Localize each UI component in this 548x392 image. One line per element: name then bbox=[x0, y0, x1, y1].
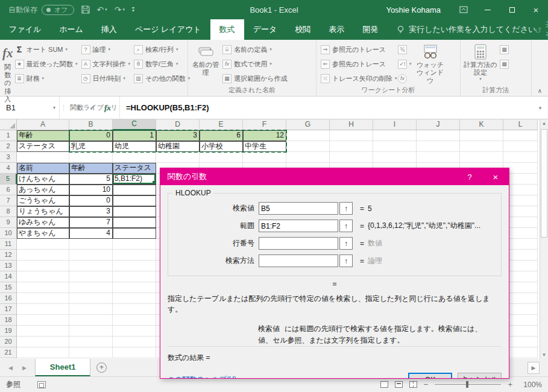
financial-button[interactable]: ≣財務▾ bbox=[15, 73, 78, 84]
cell-A12[interactable] bbox=[17, 250, 69, 261]
save-button[interactable] bbox=[81, 5, 90, 14]
cell-B2[interactable]: 乳児 bbox=[69, 141, 113, 152]
tab-7[interactable]: 表示 bbox=[320, 19, 353, 40]
insert-function-button[interactable]: fx 関数の挿入 bbox=[2, 42, 13, 103]
undo-dropdown-icon[interactable]: ▾ bbox=[105, 7, 107, 12]
zoom-slider[interactable] bbox=[435, 384, 501, 385]
cell-I1[interactable] bbox=[373, 130, 417, 141]
collapse-ribbon-button[interactable]: ∧ bbox=[538, 87, 542, 94]
ok-button[interactable]: OK bbox=[408, 373, 452, 378]
row-header-20[interactable]: 20 bbox=[0, 337, 17, 347]
cell-A14[interactable] bbox=[17, 271, 69, 282]
cell-C21[interactable] bbox=[113, 347, 156, 358]
cell-C2[interactable]: 幼児 bbox=[113, 141, 156, 152]
maximize-button[interactable] bbox=[500, 0, 524, 19]
remove-arrows-button[interactable]: ⤫トレース矢印の削除▾ bbox=[321, 73, 394, 84]
cell-B7[interactable]: 0 bbox=[69, 195, 113, 206]
define-name-button[interactable]: ⌸名前の定義▾ bbox=[222, 44, 288, 55]
cell-K3[interactable] bbox=[460, 152, 503, 163]
watch-window-button[interactable]: ウォッチ ウィンドウ bbox=[414, 42, 447, 86]
cell-A5[interactable]: けんちゃん bbox=[17, 174, 69, 185]
cell-C10[interactable] bbox=[113, 228, 156, 239]
row-header-4[interactable]: 4 bbox=[0, 163, 17, 174]
field-input-2[interactable] bbox=[259, 237, 338, 250]
cell-A15[interactable] bbox=[17, 282, 69, 293]
scroll-down-icon[interactable]: ▼ bbox=[540, 352, 548, 358]
cell-E1[interactable]: 6 bbox=[200, 130, 243, 141]
cell-C3[interactable] bbox=[113, 152, 156, 163]
tab-1[interactable]: ホーム bbox=[50, 19, 92, 40]
select-all-corner[interactable] bbox=[0, 119, 17, 130]
calculate-sheet-button[interactable]: ▩ bbox=[500, 58, 509, 69]
field-input-0[interactable] bbox=[259, 202, 338, 215]
row-header-18[interactable]: 18 bbox=[0, 315, 17, 326]
row-header-12[interactable]: 12 bbox=[0, 250, 17, 261]
macro-record-icon[interactable] bbox=[37, 381, 46, 388]
cell-F1[interactable]: 12 bbox=[243, 130, 286, 141]
page-break-view-icon[interactable] bbox=[409, 381, 417, 388]
show-formulas-button[interactable]: ⅟ₓ bbox=[398, 44, 412, 55]
cell-A18[interactable] bbox=[17, 315, 69, 326]
tab-4[interactable]: 数式 bbox=[210, 19, 244, 40]
cell-C14[interactable] bbox=[113, 271, 156, 282]
column-header-E[interactable]: E bbox=[200, 119, 243, 130]
row-header-16[interactable]: 16 bbox=[0, 293, 17, 304]
zoom-in-icon[interactable]: + bbox=[508, 380, 512, 389]
column-header-I[interactable]: I bbox=[373, 119, 417, 130]
cell-I2[interactable] bbox=[373, 141, 417, 152]
cell-A7[interactable]: ごうちゃん bbox=[17, 195, 69, 206]
cell-L1[interactable] bbox=[503, 130, 538, 141]
cell-B15[interactable] bbox=[69, 282, 113, 293]
row-header-17[interactable]: 17 bbox=[0, 304, 17, 315]
row-header-2[interactable]: 2 bbox=[0, 141, 17, 152]
cell-D2[interactable]: 幼稚園 bbox=[156, 141, 200, 152]
function-help-link[interactable]: この関数のヘルプ(H) bbox=[168, 375, 236, 378]
cell-B18[interactable] bbox=[69, 315, 113, 326]
cell-C16[interactable] bbox=[113, 293, 156, 304]
cell-A2[interactable]: ステータス bbox=[17, 141, 69, 152]
zoom-out-icon[interactable]: − bbox=[424, 380, 429, 389]
horizontal-scroll-right-button[interactable]: ▶ bbox=[528, 362, 540, 374]
lookup-button[interactable]: ⌕検索/行列▾ bbox=[134, 44, 190, 55]
cell-E2[interactable]: 小学校 bbox=[200, 141, 243, 152]
column-header-F[interactable]: F bbox=[243, 119, 286, 130]
cell-J1[interactable] bbox=[417, 130, 460, 141]
column-header-J[interactable]: J bbox=[417, 119, 460, 130]
collapse-dialog-icon-1[interactable]: ↑ bbox=[339, 220, 353, 232]
cell-B14[interactable] bbox=[69, 271, 113, 282]
zoom-slider-thumb[interactable] bbox=[466, 381, 468, 388]
row-header-14[interactable]: 14 bbox=[0, 271, 17, 282]
sheet-nav-left-icon[interactable]: ◀ bbox=[8, 365, 13, 371]
column-header-G[interactable]: G bbox=[286, 119, 330, 130]
create-from-selection-button[interactable]: ▦選択範囲から作成 bbox=[222, 73, 288, 84]
column-header-D[interactable]: D bbox=[156, 119, 200, 130]
row-header-10[interactable]: 10 bbox=[0, 228, 17, 239]
cell-F2[interactable]: 中学生 bbox=[243, 141, 286, 152]
cell-B17[interactable] bbox=[69, 304, 113, 315]
cell-B9[interactable]: 7 bbox=[69, 217, 113, 228]
cell-C1[interactable]: 1 bbox=[113, 130, 156, 141]
cell-A6[interactable]: あっちゃん bbox=[17, 185, 69, 195]
cell-G2[interactable] bbox=[286, 141, 330, 152]
cell-B10[interactable]: 4 bbox=[69, 228, 113, 239]
more-functions-button[interactable]: ▥その他の関数▾ bbox=[134, 73, 190, 84]
cell-A17[interactable] bbox=[17, 304, 69, 315]
cell-C8[interactable] bbox=[113, 206, 156, 217]
collapse-dialog-icon-2[interactable]: ↑ bbox=[339, 237, 353, 250]
vertical-scrollbar-thumb[interactable] bbox=[541, 129, 547, 238]
cell-D1[interactable]: 3 bbox=[156, 130, 200, 141]
cell-C15[interactable] bbox=[113, 282, 156, 293]
cell-A16[interactable] bbox=[17, 293, 69, 304]
close-button[interactable]: × bbox=[524, 0, 548, 19]
column-header-L[interactable]: L bbox=[503, 119, 538, 130]
cell-C11[interactable] bbox=[113, 239, 156, 250]
calculate-now-button[interactable]: ▦ bbox=[500, 44, 509, 55]
cell-A9[interactable]: ゆみちゃん bbox=[17, 217, 69, 228]
cell-K1[interactable] bbox=[460, 130, 503, 141]
cell-A3[interactable] bbox=[17, 152, 69, 163]
cell-A1[interactable]: 年齢 bbox=[17, 130, 69, 141]
zoom-level[interactable]: 100% bbox=[519, 381, 542, 389]
cell-C13[interactable] bbox=[113, 261, 156, 271]
cell-D3[interactable] bbox=[156, 152, 200, 163]
minimize-button[interactable] bbox=[476, 0, 500, 19]
